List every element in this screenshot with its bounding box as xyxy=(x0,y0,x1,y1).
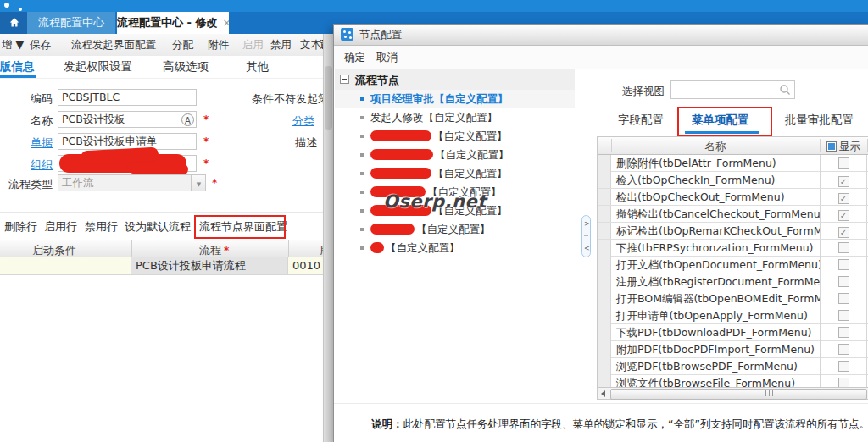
row-selector-cell[interactable] xyxy=(598,257,611,273)
bill-link-label[interactable]: 单据 xyxy=(0,135,53,151)
tree-node[interactable]: 发起人修改【自定义配置】 xyxy=(335,108,575,127)
show-checkbox[interactable] xyxy=(838,344,849,355)
scroll-left-icon[interactable] xyxy=(601,390,605,397)
toolbar-item[interactable]: 流程发起界面配置 xyxy=(71,38,156,52)
row-selector-cell[interactable] xyxy=(598,155,611,172)
tree-node[interactable]: 项目经理审批【自定义配置】 xyxy=(335,90,575,108)
collapse-right-icon[interactable]: > xyxy=(584,220,590,228)
tab-close-icon[interactable]: × xyxy=(222,17,229,29)
name-input[interactable]: PCB设计投板 A xyxy=(58,111,197,128)
subtab[interactable]: 版信息 xyxy=(0,59,35,75)
row-selector-cell[interactable] xyxy=(598,189,611,205)
menu-row[interactable]: 打开申请单(tbOpenApply_FormMenu) xyxy=(598,307,868,324)
row-selector-cell[interactable] xyxy=(598,172,611,188)
category-link[interactable]: 分类 xyxy=(292,113,314,129)
row-selector-cell[interactable] xyxy=(598,307,611,324)
show-checkbox[interactable] xyxy=(838,293,849,304)
show-checkbox[interactable] xyxy=(838,227,849,238)
tree-node[interactable]: 【自定义配置】 xyxy=(335,164,575,183)
menu-row[interactable]: 撤销检出(tbCancelCheckout_FormMenu) xyxy=(598,206,868,223)
toolbar-item[interactable]: 保存 xyxy=(30,38,51,52)
row-selector-cell[interactable] xyxy=(598,240,611,257)
table-horizontal-scrollbar[interactable] xyxy=(597,387,868,400)
show-checkbox[interactable] xyxy=(838,210,849,221)
home-button[interactable] xyxy=(0,12,29,34)
flow-grid-row[interactable]: PCB设计投板申请流程 0010 xyxy=(0,257,333,275)
show-checkbox[interactable] xyxy=(838,259,849,270)
main-vertical-scrollbar[interactable] xyxy=(323,34,333,442)
collapse-left-icon[interactable]: < xyxy=(584,245,590,252)
toolbar-item[interactable]: 分配 xyxy=(172,38,193,52)
tree-root-row[interactable]: 流程节点 xyxy=(335,69,575,90)
collapse-icon[interactable] xyxy=(340,75,349,84)
tree-node[interactable]: 【自定义配置】 xyxy=(335,127,575,146)
cell-condition[interactable] xyxy=(0,257,131,274)
col-header-condition[interactable]: 启动条件 xyxy=(32,243,76,258)
row-selector-cell[interactable] xyxy=(598,273,611,290)
col-header-name[interactable]: 名称 xyxy=(611,140,820,154)
config-tab[interactable]: 字段配置 xyxy=(618,113,664,128)
tab-process-config-modify[interactable]: 流程配置中心 - 修改× xyxy=(117,12,229,34)
show-checkbox[interactable] xyxy=(838,361,849,372)
select-all-checkbox[interactable] xyxy=(826,141,837,152)
menu-row[interactable]: 附加PDF(tbDocPDFImport_FormMenu) xyxy=(598,341,868,358)
show-checkbox[interactable] xyxy=(838,157,849,169)
row-selector-cell[interactable] xyxy=(598,206,611,222)
tab-process-config-center[interactable]: 流程配置中心 xyxy=(27,12,115,34)
tree-node[interactable]: 【自定义配置】 xyxy=(335,220,575,239)
menu-row[interactable]: 浏览PDF(tbBrowsePDF_FormMenu) xyxy=(598,358,868,375)
menu-row[interactable]: 删除附件(tbDelAttr_FormMenu) xyxy=(598,155,868,172)
show-checkbox[interactable] xyxy=(838,276,849,287)
show-checkbox[interactable] xyxy=(838,327,849,338)
tree-node[interactable]: 【自定义配置】 xyxy=(335,146,575,164)
scrollbar-thumb[interactable] xyxy=(610,389,867,400)
menu-row[interactable]: 标记检出(tbOpRemarKCheckOut_FormMenu) xyxy=(598,223,868,240)
toolbar-item[interactable]: 增 ▼ xyxy=(2,38,24,52)
node-config-suffix: 【自定义配置】 xyxy=(433,130,508,142)
menu-row[interactable]: 下推(tbERPSychronzation_FormMenu) xyxy=(598,240,868,257)
menu-row[interactable]: 检入(tbOpCheckIn_FormMenu) xyxy=(598,172,868,189)
show-checkbox[interactable] xyxy=(838,176,849,187)
cell-flow[interactable]: PCB设计投板申请流程 xyxy=(131,257,288,274)
menu-row[interactable]: 检出(tbOpCheckOut_FormMenu) xyxy=(598,189,868,206)
row-selector-cell[interactable] xyxy=(598,375,611,388)
subtab[interactable]: 其他 xyxy=(246,59,269,75)
scrollbar-thumb[interactable] xyxy=(325,66,332,130)
row-selector-cell[interactable] xyxy=(598,358,611,375)
cancel-button[interactable]: 取消 xyxy=(376,51,398,65)
dialog-titlebar[interactable]: 节点配置 xyxy=(334,25,868,46)
menu-row[interactable]: 下载PDF(tbDownloadPDF_FormMenu) xyxy=(598,324,868,341)
panel-splitter[interactable]: > < xyxy=(581,215,591,257)
toolbar-item[interactable]: 附件 xyxy=(208,38,229,52)
menu-row[interactable]: 打开文档(tbOpenDocument_FormMenu) xyxy=(598,257,868,273)
grid-action-button[interactable]: 删除行 xyxy=(4,219,37,235)
row-selector-cell[interactable] xyxy=(598,341,611,358)
grid-action-button[interactable]: 启用行 xyxy=(44,219,77,235)
menu-row[interactable]: 浏览文件(tbBrowseFile_FormMenu) xyxy=(598,375,868,388)
bill-input[interactable]: PCB设计投板申请单 xyxy=(58,133,197,150)
subtab[interactable]: 发起权限设置 xyxy=(64,59,132,75)
toolbar-item[interactable]: 启用 xyxy=(242,38,264,52)
row-selector-cell[interactable] xyxy=(598,223,611,239)
grid-action-button[interactable]: 设为默认流程 xyxy=(125,219,191,235)
toolbar-item[interactable]: 禁用 xyxy=(270,38,292,52)
ok-button[interactable]: 确定 xyxy=(344,51,365,65)
translate-badge-icon[interactable]: A xyxy=(181,113,194,126)
dropdown-button[interactable] xyxy=(192,174,206,191)
row-selector-cell[interactable] xyxy=(598,324,611,341)
menu-row[interactable]: 注册文档(tbRegisterDocument_FormMenu) xyxy=(598,273,868,290)
show-checkbox[interactable] xyxy=(838,193,849,204)
tree-node[interactable]: 【自定义配置】 xyxy=(335,239,575,257)
subtab[interactable]: 高级选项 xyxy=(163,59,209,75)
config-tab[interactable]: 批量审批配置 xyxy=(785,113,854,128)
grid-action-button[interactable]: 禁用行 xyxy=(85,219,118,235)
org-link-label[interactable]: 组织 xyxy=(0,157,53,173)
menu-row[interactable]: 打开BOM编辑器(tbOpenBOMEdit_FormMenu) xyxy=(598,290,868,307)
show-checkbox[interactable] xyxy=(838,310,849,321)
col-header-show[interactable]: 显示 xyxy=(820,140,867,154)
view-search-input[interactable] xyxy=(670,80,795,99)
col-header-flow[interactable]: 流程* xyxy=(199,243,229,258)
row-selector-cell[interactable] xyxy=(598,290,611,307)
code-input[interactable]: PCBSJTBLC xyxy=(58,89,197,106)
show-checkbox[interactable] xyxy=(838,242,849,253)
